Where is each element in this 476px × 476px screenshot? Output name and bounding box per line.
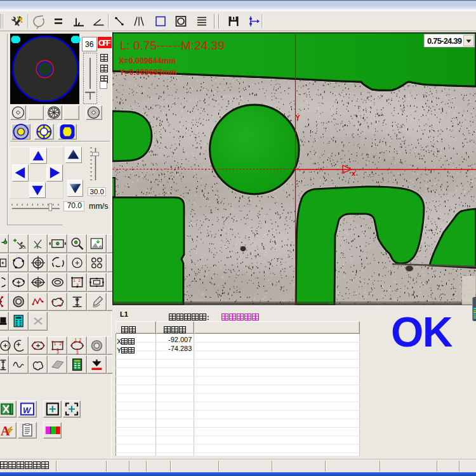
svg-text:Y=0.009693mm: Y=0.009693mm <box>119 68 176 77</box>
svg-text:3: 3 <box>77 283 79 287</box>
svg-text:W: W <box>23 406 32 415</box>
svg-text:3: 3 <box>56 350 59 354</box>
svg-text:x: x <box>352 169 356 177</box>
svg-text:2: 2 <box>79 338 82 342</box>
svg-text:2: 2 <box>60 341 62 346</box>
svg-text:1: 1 <box>75 338 77 342</box>
svg-text:3: 3 <box>76 350 79 355</box>
svg-text:2: 2 <box>79 279 81 282</box>
svg-text:OFF: OFF <box>98 38 111 48</box>
svg-text:1: 1 <box>54 341 56 346</box>
svg-text:X=0.009644mm: X=0.009644mm <box>119 56 176 65</box>
svg-text:0.75-24.39: 0.75-24.39 <box>427 36 462 46</box>
svg-text:36: 36 <box>85 40 94 49</box>
svg-text:Y: Y <box>296 114 301 121</box>
svg-text:L: 0.75------M:24.39: L: 0.75------M:24.39 <box>120 39 225 52</box>
svg-text:1: 1 <box>74 279 76 282</box>
